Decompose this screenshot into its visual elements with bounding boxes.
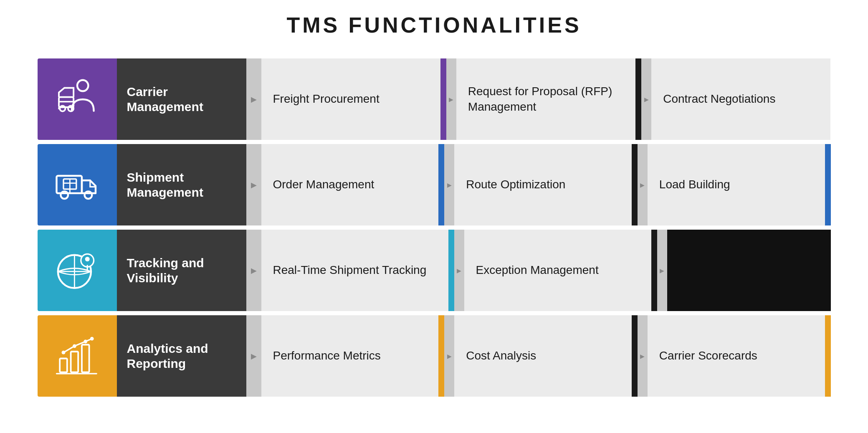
analytics-label-cell: Analytics and Reporting xyxy=(117,315,246,397)
shipment-label-cell: Shipment Management xyxy=(117,144,246,225)
shipment-connector-2 xyxy=(444,144,454,225)
page-title: TMS FUNCTIONALITIES xyxy=(286,13,581,38)
analytics-label: Analytics and Reporting xyxy=(127,341,236,371)
analytics-feature-2-text: Cost Analysis xyxy=(466,348,536,363)
tracking-connector-1 xyxy=(246,230,261,311)
svg-rect-12 xyxy=(71,352,78,372)
shipment-feature-2: Route Optimization xyxy=(454,144,632,225)
tracking-feature-2: Exception Management xyxy=(464,230,651,311)
carrier-label-cell: Carrier Management xyxy=(117,58,246,140)
shipment-feature-1: Order Management xyxy=(261,144,439,225)
tracking-icon xyxy=(54,248,100,294)
shipment-accent-2 xyxy=(632,144,638,225)
carrier-row: Carrier Management Freight Procurement R… xyxy=(38,58,831,140)
analytics-icon-cell xyxy=(38,315,117,397)
analytics-connector-2 xyxy=(444,315,454,397)
analytics-connector-1 xyxy=(246,315,261,397)
tracking-row: Tracking and Visibility Real-Time Shipme… xyxy=(38,230,831,311)
shipment-connector-3 xyxy=(638,144,648,225)
shipment-feature-3: Load Building xyxy=(648,144,825,225)
tracking-accent-2 xyxy=(651,230,657,311)
analytics-accent-2 xyxy=(632,315,638,397)
tracking-black-block xyxy=(667,230,831,311)
carrier-feature-3-text: Contract Negotiations xyxy=(663,91,775,106)
carrier-feature-1-text: Freight Procurement xyxy=(273,91,380,106)
carrier-label: Carrier Management xyxy=(127,84,236,114)
tracking-label-cell: Tracking and Visibility xyxy=(117,230,246,311)
features-grid: Carrier Management Freight Procurement R… xyxy=(38,58,831,397)
carrier-feature-2-text: Request for Proposal (RFP) Management xyxy=(468,84,624,114)
shipment-icon xyxy=(54,162,100,208)
tracking-feature-1: Real-Time Shipment Tracking xyxy=(261,230,448,311)
analytics-feature-1: Performance Metrics xyxy=(261,315,439,397)
shipment-feature-2-text: Route Optimization xyxy=(466,177,565,192)
tracking-feature-1-text: Real-Time Shipment Tracking xyxy=(273,263,427,278)
carrier-feature-1: Freight Procurement xyxy=(261,58,440,140)
carrier-icon xyxy=(54,76,100,122)
shipment-row: Shipment Management Order Management Rou… xyxy=(38,144,831,225)
carrier-accent-2 xyxy=(635,58,641,140)
svg-rect-13 xyxy=(82,344,89,372)
analytics-accent-3 xyxy=(825,315,831,397)
shipment-accent-1 xyxy=(438,144,444,225)
carrier-connector-2 xyxy=(446,58,456,140)
shipment-connector-1 xyxy=(246,144,261,225)
carrier-accent-1 xyxy=(440,58,446,140)
tracking-connector-3 xyxy=(657,230,667,311)
analytics-connector-3 xyxy=(638,315,648,397)
analytics-accent-1 xyxy=(438,315,444,397)
shipment-feature-1-text: Order Management xyxy=(273,177,375,192)
tracking-accent-1 xyxy=(448,230,454,311)
carrier-connector-1 xyxy=(246,58,261,140)
analytics-feature-1-text: Performance Metrics xyxy=(273,348,381,363)
analytics-feature-3: Carrier Scorecards xyxy=(648,315,825,397)
analytics-icon xyxy=(54,333,100,379)
svg-rect-11 xyxy=(60,358,67,372)
svg-point-0 xyxy=(77,80,88,91)
analytics-feature-2: Cost Analysis xyxy=(454,315,632,397)
tracking-label: Tracking and Visibility xyxy=(127,256,236,286)
analytics-feature-3-text: Carrier Scorecards xyxy=(659,348,757,363)
shipment-label: Shipment Management xyxy=(127,170,236,200)
svg-point-10 xyxy=(85,257,89,261)
carrier-icon-cell xyxy=(38,58,117,140)
shipment-icon-cell xyxy=(38,144,117,225)
shipment-accent-3 xyxy=(825,144,831,225)
carrier-connector-3 xyxy=(641,58,651,140)
tracking-icon-cell xyxy=(38,230,117,311)
carrier-feature-2: Request for Proposal (RFP) Management xyxy=(456,58,635,140)
tracking-connector-2 xyxy=(454,230,464,311)
shipment-feature-3-text: Load Building xyxy=(659,177,730,192)
carrier-feature-3: Contract Negotiations xyxy=(651,58,830,140)
analytics-row: Analytics and Reporting Performance Metr… xyxy=(38,315,831,397)
tracking-feature-2-text: Exception Management xyxy=(476,263,599,278)
